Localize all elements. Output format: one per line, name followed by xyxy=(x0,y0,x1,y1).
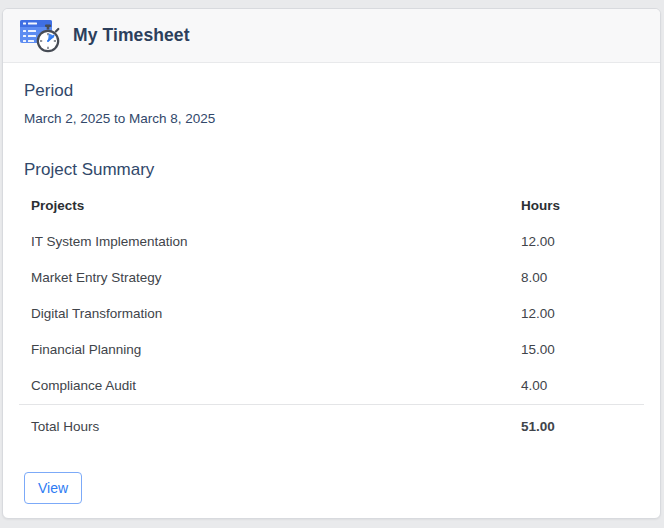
table-row: Market Entry Strategy 8.00 xyxy=(19,260,644,296)
table-row: Digital Transformation 12.00 xyxy=(19,296,644,332)
projects-column-header: Projects xyxy=(19,188,509,224)
hours-cell: 15.00 xyxy=(509,332,644,368)
project-name-cell: Financial Planning xyxy=(19,332,509,368)
project-name-cell: Digital Transformation xyxy=(19,296,509,332)
page-title: My Timesheet xyxy=(73,25,190,46)
hours-column-header: Hours xyxy=(509,188,644,224)
table-header-row: Projects Hours xyxy=(19,188,644,224)
total-row: Total Hours 51.00 xyxy=(19,405,644,449)
period-range: March 2, 2025 to March 8, 2025 xyxy=(24,110,644,128)
project-name-cell: IT System Implementation xyxy=(19,224,509,260)
project-name-cell: Market Entry Strategy xyxy=(19,260,509,296)
table-row: Financial Planning 15.00 xyxy=(19,332,644,368)
project-summary-heading: Project Summary xyxy=(24,158,644,182)
hours-cell: 12.00 xyxy=(509,224,644,260)
total-hours-value: 51.00 xyxy=(509,405,644,449)
table-row: IT System Implementation 12.00 xyxy=(19,224,644,260)
project-summary-table: Projects Hours IT System Implementation … xyxy=(19,188,644,448)
card-body: Period March 2, 2025 to March 8, 2025 Pr… xyxy=(3,63,660,504)
view-button[interactable]: View xyxy=(24,472,82,504)
hours-cell: 4.00 xyxy=(509,368,644,405)
hours-cell: 8.00 xyxy=(509,260,644,296)
timesheet-icon xyxy=(18,17,62,54)
timesheet-card: My Timesheet Period March 2, 2025 to Mar… xyxy=(2,8,661,519)
card-header: My Timesheet xyxy=(3,9,660,63)
total-label: Total Hours xyxy=(19,405,509,449)
project-name-cell: Compliance Audit xyxy=(19,368,509,405)
period-heading: Period xyxy=(24,79,644,103)
hours-cell: 12.00 xyxy=(509,296,644,332)
table-row: Compliance Audit 4.00 xyxy=(19,368,644,405)
